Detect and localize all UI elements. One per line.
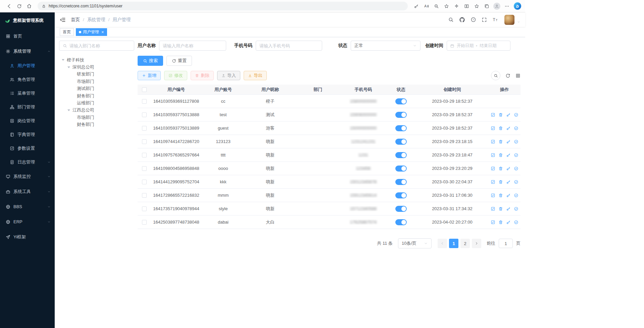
row-checkbox[interactable] [142,220,147,225]
status-toggle[interactable] [395,112,407,118]
status-toggle[interactable] [395,152,407,158]
delete-icon[interactable] [498,220,503,225]
sidebar-item-system-management[interactable]: 系统管理 [0,44,55,59]
delete-icon[interactable] [498,193,503,198]
assign-role-icon[interactable] [514,206,518,211]
assign-role-icon[interactable] [514,153,518,157]
import-button[interactable]: 导入 [217,71,240,80]
delete-icon[interactable] [498,112,503,117]
tree-node-dept[interactable]: 研发部门 [59,71,134,78]
tab-home[interactable]: 首页 [60,28,74,36]
edit-icon[interactable] [491,112,495,117]
row-checkbox[interactable] [142,126,147,131]
password-key-icon[interactable] [411,1,421,11]
page-1-button[interactable]: 1 [449,239,458,248]
status-toggle[interactable] [395,192,407,198]
favorite-add-icon[interactable] [441,1,451,11]
delete-icon[interactable] [498,153,503,157]
delete-icon[interactable] [498,139,503,144]
extension-sparkle-icon[interactable] [451,1,461,11]
add-button[interactable]: 新增 [138,71,161,80]
page-size-select[interactable]: 10条/页 [398,238,432,248]
tree-node-dept[interactable]: 运维部门 [59,99,134,106]
row-checkbox[interactable] [142,153,147,157]
dept-search-input[interactable] [69,43,131,48]
status-toggle[interactable] [395,166,407,172]
sidebar-item-bbs[interactable]: BBS [0,199,55,214]
font-size-icon[interactable] [492,17,498,23]
split-screen-icon[interactable] [461,1,472,11]
assign-role-icon[interactable] [514,220,518,225]
refresh-table-button[interactable] [505,73,510,78]
reset-button[interactable]: 重置 [166,56,192,66]
sidebar-item-dept-management[interactable]: 部门管理 [0,100,55,114]
assign-role-icon[interactable] [514,126,518,131]
row-checkbox[interactable] [142,193,147,198]
edit-icon[interactable] [491,126,495,131]
next-page-button[interactable] [472,239,481,248]
github-icon[interactable] [459,17,465,23]
edit-icon[interactable] [491,220,495,225]
assign-role-icon[interactable] [514,180,518,184]
page-2-button[interactable]: 2 [460,239,470,248]
sidebar-item-system-tools[interactable]: 系统工具 [0,184,55,199]
column-visibility-button[interactable] [515,73,521,78]
row-checkbox[interactable] [142,206,147,211]
row-checkbox[interactable] [142,139,147,144]
browser-refresh-button[interactable] [14,1,24,11]
delete-icon[interactable] [498,126,503,131]
help-icon[interactable] [470,17,476,22]
sidebar-item-home[interactable]: 首页 [0,29,55,44]
edit-icon[interactable] [491,206,495,211]
row-checkbox[interactable] [142,99,147,104]
status-toggle[interactable] [395,125,407,131]
url-text[interactable]: https://ccnetcore.com:1101/system/user [49,4,122,8]
header-search-icon[interactable] [448,17,454,22]
username-input[interactable] [163,43,222,48]
address-bar[interactable]: https://ccnetcore.com:1101/system/user [38,2,408,10]
tree-node-branch[interactable]: 深圳总公司 [59,63,134,71]
browser-profile-icon[interactable] [492,1,502,11]
sidebar-item-system-monitor[interactable]: 系统监控 [0,169,55,184]
status-toggle[interactable] [395,98,407,104]
status-toggle[interactable] [395,139,407,145]
phone-input[interactable] [259,43,318,48]
bing-icon[interactable]: b [514,2,521,10]
reset-password-icon[interactable] [506,139,511,144]
tab-close-icon[interactable]: × [101,30,104,34]
sidebar-item-yi-framework[interactable]: Yi框架 [0,229,55,244]
assign-role-icon[interactable] [514,112,518,117]
row-checkbox[interactable] [142,180,147,184]
collections-icon[interactable] [482,1,492,11]
breadcrumb-home[interactable]: 首页 [71,17,84,23]
reset-password-icon[interactable] [506,153,511,157]
sidebar-item-erp[interactable]: ERP [0,214,55,229]
sidebar-item-dict-management[interactable]: 字典管理 [0,128,55,141]
assign-role-icon[interactable] [514,166,518,171]
date-range-picker[interactable]: 开始日期 - 结束日期 [447,41,510,51]
sidebar-item-user-management[interactable]: 用户管理 [0,59,55,73]
favorites-bar-icon[interactable] [472,1,482,11]
sidebar-item-menu-management[interactable]: 菜单管理 [0,86,55,100]
zoom-icon[interactable] [431,1,441,11]
sidebar-item-post-management[interactable]: 岗位管理 [0,114,55,128]
caret-down-icon[interactable] [67,66,70,68]
sidebar-item-log-management[interactable]: 日志管理 [0,155,55,169]
edit-icon[interactable] [491,153,495,157]
sidebar-collapse-icon[interactable] [60,17,66,23]
fullscreen-icon[interactable] [482,17,487,22]
edit-icon[interactable] [491,180,495,184]
tree-node-branch[interactable]: 江西总公司 [59,107,134,114]
sidebar-item-role-management[interactable]: 角色管理 [0,73,55,86]
reset-password-icon[interactable] [506,220,511,225]
status-toggle[interactable] [395,206,407,212]
delete-button[interactable]: 删除 [191,71,214,80]
browser-home-button[interactable] [24,1,34,11]
edit-icon[interactable] [491,166,495,171]
export-button[interactable]: 导出 [244,71,267,80]
reset-password-icon[interactable] [506,166,511,171]
toggle-search-button[interactable] [491,71,500,80]
reset-password-icon[interactable] [506,193,511,198]
read-aloud-icon[interactable] [421,1,431,11]
reset-password-icon[interactable] [506,180,511,184]
